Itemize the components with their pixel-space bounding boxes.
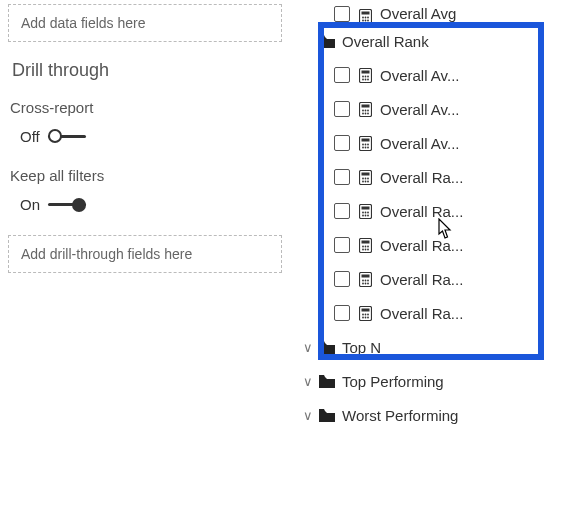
field-checkbox[interactable] [334,305,350,321]
data-fields-dropzone[interactable]: Add data fields here [8,4,282,42]
svg-point-38 [364,180,366,182]
field-label: Overall Av... [380,135,459,152]
svg-point-20 [367,109,369,111]
cross-report-label: Cross-report [10,99,282,116]
svg-point-37 [362,180,364,182]
folder-icon [318,35,336,48]
folder-row[interactable]: ∨Top Performing [290,364,564,398]
svg-point-5 [362,20,364,22]
svg-rect-65 [361,308,369,311]
svg-point-53 [362,248,364,250]
svg-point-44 [367,211,369,213]
field-checkbox[interactable] [334,169,350,185]
svg-point-60 [367,279,369,281]
toggle-on-icon [48,198,86,212]
field-checkbox[interactable] [334,237,350,253]
folder-label: Overall Rank [342,33,429,50]
measure-icon [356,136,374,151]
measure-icon [356,238,374,253]
field-label: Overall Ra... [380,203,463,220]
folder-icon [318,341,336,354]
svg-point-2 [362,17,364,19]
folder-overall-rank[interactable]: Overall Rank [290,24,564,58]
drill-through-dropzone[interactable]: Add drill-through fields here [8,235,282,273]
field-row[interactable]: Overall Av... [290,92,564,126]
field-checkbox[interactable] [334,271,350,287]
svg-point-39 [367,180,369,182]
svg-point-59 [364,279,366,281]
field-label: Overall Ra... [380,271,463,288]
field-label: Overall Ra... [380,305,463,322]
folder-icon [318,375,336,388]
svg-point-18 [362,109,364,111]
chevron-down-icon[interactable]: ∨ [300,340,316,355]
svg-rect-57 [361,274,369,277]
measure-icon [356,170,374,185]
field-row[interactable]: Overall Av... [290,58,564,92]
field-row[interactable]: Overall Av... [290,126,564,160]
svg-point-66 [362,313,364,315]
chevron-down-icon[interactable]: ∨ [300,374,316,389]
svg-point-19 [364,109,366,111]
svg-point-14 [364,78,366,80]
svg-point-3 [364,17,366,19]
svg-point-6 [364,20,366,22]
folder-row[interactable]: ∨Worst Performing [290,398,564,432]
svg-rect-9 [361,70,369,73]
svg-point-61 [362,282,364,284]
chevron-down-icon[interactable]: ∨ [300,408,316,423]
dropzone-drill-text: Add drill-through fields here [21,246,192,262]
field-checkbox[interactable] [334,67,350,83]
measure-icon [356,68,374,83]
svg-point-23 [367,112,369,114]
svg-point-35 [364,177,366,179]
svg-point-42 [362,211,364,213]
cross-report-toggle[interactable]: Off [20,128,282,145]
keep-filters-toggle[interactable]: On [20,196,282,213]
toggle-off-icon [48,130,86,144]
svg-point-62 [364,282,366,284]
svg-point-36 [367,177,369,179]
keep-filters-state: On [20,196,40,213]
svg-point-11 [364,75,366,77]
svg-rect-25 [361,138,369,141]
field-row[interactable]: Overall Ra... [290,194,564,228]
svg-point-67 [364,313,366,315]
svg-rect-1 [361,12,369,15]
svg-point-29 [362,146,364,148]
svg-point-31 [367,146,369,148]
field-checkbox[interactable] [334,6,350,22]
measure-icon [356,272,374,287]
svg-point-54 [364,248,366,250]
svg-point-10 [362,75,364,77]
svg-point-50 [362,245,364,247]
folder-row[interactable]: ∨Top N [290,330,564,364]
fields-list: Overall Avg Overall Rank Overall Av...Ov… [290,2,564,432]
svg-point-12 [367,75,369,77]
svg-point-13 [362,78,364,80]
svg-point-63 [367,282,369,284]
field-checkbox[interactable] [334,101,350,117]
field-row[interactable]: Overall Ra... [290,262,564,296]
svg-point-55 [367,248,369,250]
field-row[interactable]: Overall Ra... [290,228,564,262]
field-checkbox[interactable] [334,203,350,219]
folder-label: Worst Performing [342,407,458,424]
svg-rect-41 [361,206,369,209]
svg-rect-17 [361,104,369,107]
svg-point-28 [367,143,369,145]
field-row[interactable]: Overall Ra... [290,160,564,194]
folder-label: Top Performing [342,373,444,390]
svg-rect-33 [361,172,369,175]
field-label: Overall Ra... [380,169,463,186]
svg-point-22 [364,112,366,114]
drill-through-title: Drill through [12,60,282,81]
field-row[interactable]: Overall Ra... [290,296,564,330]
svg-point-34 [362,177,364,179]
svg-point-26 [362,143,364,145]
svg-point-46 [364,214,366,216]
field-checkbox[interactable] [334,135,350,151]
svg-point-45 [362,214,364,216]
field-row-partial[interactable]: Overall Avg [290,2,564,24]
svg-point-21 [362,112,364,114]
